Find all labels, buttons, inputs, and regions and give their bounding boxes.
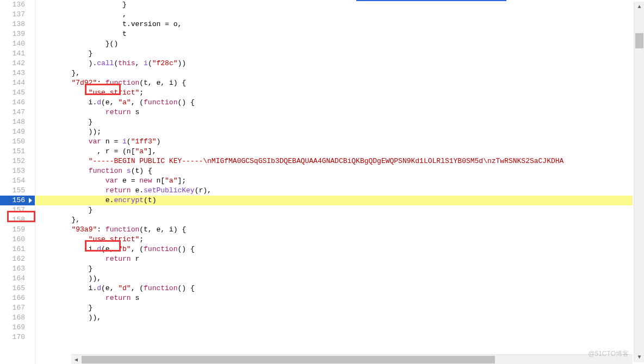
line-number[interactable]: 140 xyxy=(0,39,35,49)
line-number[interactable]: 168 xyxy=(0,313,35,323)
code-token: (t, e, i) { xyxy=(139,79,186,87)
code-editor[interactable]: 1361371381391401411421431441451461471481… xyxy=(0,0,633,364)
line-number[interactable]: 152 xyxy=(0,156,35,166)
line-number[interactable]: 146 xyxy=(0,98,35,108)
line-number[interactable]: 154 xyxy=(0,176,35,186)
code-line[interactable]: )), xyxy=(35,313,633,323)
line-number[interactable]: 165 xyxy=(0,284,35,293)
line-number[interactable]: 147 xyxy=(0,108,35,117)
code-token: i xyxy=(144,59,148,67)
code-token: , r = (n[ xyxy=(38,147,135,155)
code-line[interactable]: "use strict"; xyxy=(35,88,633,98)
line-number[interactable]: 149 xyxy=(0,127,35,137)
line-number[interactable]: 160 xyxy=(0,235,35,244)
code-token: } xyxy=(38,304,92,312)
code-token: "use strict" xyxy=(89,89,140,97)
line-number[interactable]: 153 xyxy=(0,166,35,176)
code-line[interactable]: )); xyxy=(35,127,633,137)
horizontal-scroll-thumb[interactable] xyxy=(82,356,495,363)
code-line[interactable]: } xyxy=(35,0,633,10)
line-number[interactable]: 161 xyxy=(0,244,35,254)
code-token: new xyxy=(139,177,152,185)
scroll-up-button[interactable]: ▲ xyxy=(634,2,644,12)
code-line[interactable]: t xyxy=(35,29,633,39)
line-number[interactable]: 137 xyxy=(0,10,35,20)
line-number[interactable]: 164 xyxy=(0,274,35,284)
code-line[interactable]: e.encrypt(t) xyxy=(35,196,633,205)
code-line[interactable]: i.d(e, "d", (function() { xyxy=(35,284,633,293)
code-line[interactable] xyxy=(35,323,633,332)
line-number[interactable]: 144 xyxy=(0,78,35,88)
line-number[interactable]: 143 xyxy=(0,68,35,78)
code-line[interactable]: } xyxy=(35,264,633,274)
code-line[interactable]: } xyxy=(35,205,633,215)
line-number[interactable]: 169 xyxy=(0,323,35,332)
line-number[interactable]: 141 xyxy=(0,49,35,59)
code-line[interactable]: t.version = o, xyxy=(35,20,633,29)
line-number[interactable]: 142 xyxy=(0,59,35,68)
code-token: return xyxy=(106,294,131,302)
horizontal-scrollbar[interactable]: ◀ ▶ xyxy=(71,354,633,364)
code-line[interactable]: return s xyxy=(35,293,633,303)
line-number[interactable]: 145 xyxy=(0,88,35,98)
line-number[interactable]: 167 xyxy=(0,303,35,313)
code-token: , ( xyxy=(131,98,144,106)
line-number[interactable]: 166 xyxy=(0,293,35,303)
code-line[interactable]: var e = new n["a"]; xyxy=(35,176,633,186)
code-line[interactable] xyxy=(35,332,633,342)
code-line[interactable]: }, xyxy=(35,215,633,225)
code-line[interactable]: i.d(e, "b", (function() { xyxy=(35,244,633,254)
line-number[interactable]: 138 xyxy=(0,20,35,29)
code-line[interactable]: } xyxy=(35,303,633,313)
line-number[interactable]: 158 xyxy=(0,215,35,225)
code-token xyxy=(38,235,89,243)
code-token: )); xyxy=(38,128,101,136)
code-line[interactable]: }() xyxy=(35,39,633,49)
code-token: )), xyxy=(38,274,101,283)
code-token xyxy=(38,167,89,175)
code-token: "-----BEGIN PUBLIC KEY-----\nMIGfMA0GCSq… xyxy=(89,157,564,165)
line-number[interactable]: 155 xyxy=(0,186,35,196)
code-line[interactable]: } xyxy=(35,49,633,59)
code-line[interactable]: var n = i("1ff3") xyxy=(35,137,633,147)
line-number[interactable]: 157 xyxy=(0,205,35,215)
code-line[interactable]: function s(t) { xyxy=(35,166,633,176)
code-line[interactable]: i.d(e, "a", (function() { xyxy=(35,98,633,108)
code-token xyxy=(38,255,106,263)
code-token: ]; xyxy=(177,177,186,185)
line-number[interactable]: 150 xyxy=(0,137,35,147)
line-number[interactable]: 163 xyxy=(0,264,35,274)
line-number-gutter[interactable]: 1361371381391401411421431441451461471481… xyxy=(0,0,35,364)
code-token xyxy=(38,225,71,234)
code-line[interactable]: return e.setPublicKey(r), xyxy=(35,186,633,196)
line-number[interactable]: 151 xyxy=(0,147,35,156)
code-token: , xyxy=(135,59,144,67)
code-line[interactable]: } xyxy=(35,117,633,127)
vertical-scroll-thumb[interactable] xyxy=(635,33,643,48)
code-line[interactable]: , r = (n["a"], xyxy=(35,147,633,156)
code-line[interactable]: "use strict"; xyxy=(35,235,633,244)
code-line[interactable]: return s xyxy=(35,108,633,117)
code-token: setPublicKey xyxy=(144,186,195,194)
code-area[interactable]: } , t.version = o, t }() } ).call(this, … xyxy=(35,0,633,364)
scroll-left-button[interactable]: ◀ xyxy=(71,355,81,364)
line-number[interactable]: 148 xyxy=(0,117,35,127)
scroll-down-button[interactable]: ▼ xyxy=(634,352,644,362)
line-number[interactable]: 156 xyxy=(0,196,35,205)
code-line[interactable]: "-----BEGIN PUBLIC KEY-----\nMIGfMA0GCSq… xyxy=(35,156,633,166)
code-line[interactable]: "93a9": function(t, e, i) { xyxy=(35,225,633,235)
line-number[interactable]: 136 xyxy=(0,0,35,10)
code-token: function xyxy=(106,79,139,87)
line-number[interactable]: 162 xyxy=(0,254,35,264)
code-line[interactable]: ).call(this, i("f28c")) xyxy=(35,59,633,68)
line-number[interactable]: 139 xyxy=(0,29,35,39)
code-token: } xyxy=(38,49,92,58)
code-line[interactable]: return r xyxy=(35,254,633,264)
code-line[interactable]: , xyxy=(35,10,633,20)
code-line[interactable]: "7d92": function(t, e, i) { xyxy=(35,78,633,88)
line-number[interactable]: 170 xyxy=(0,332,35,342)
line-number[interactable]: 159 xyxy=(0,225,35,235)
vertical-scrollbar[interactable]: ▲ ▼ xyxy=(634,2,644,362)
code-line[interactable]: }, xyxy=(35,68,633,78)
code-line[interactable]: )), xyxy=(35,274,633,284)
